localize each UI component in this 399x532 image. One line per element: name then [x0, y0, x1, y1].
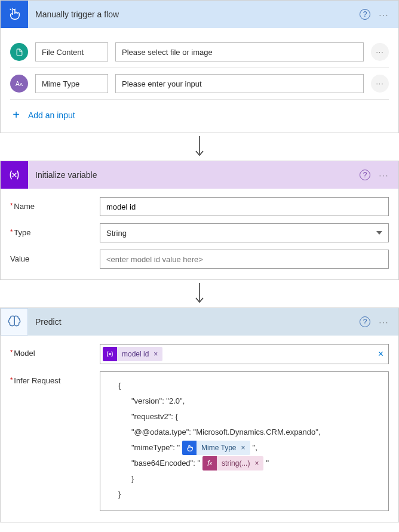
pointer-icon: [1, 1, 28, 28]
type-select[interactable]: String: [100, 223, 389, 242]
infer-label: *Infer Request: [10, 371, 100, 385]
variable-icon: [1, 161, 28, 189]
type-label: *Type: [10, 223, 100, 237]
card-menu-button[interactable]: ···: [377, 168, 391, 182]
trigger-title: Manually trigger a flow: [28, 10, 358, 19]
help-button[interactable]: ?: [358, 315, 372, 329]
variable-header[interactable]: Initialize variable ? ···: [1, 161, 398, 189]
remove-token-button[interactable]: ×: [152, 350, 162, 358]
value-label: Value: [10, 250, 100, 263]
type-row: *Type String: [10, 223, 389, 242]
input-label[interactable]: Mime Type: [35, 74, 108, 93]
model-field[interactable]: model id × ×: [100, 344, 389, 364]
predict-header[interactable]: Predict ? ···: [1, 308, 398, 336]
input-label[interactable]: File Content: [35, 42, 108, 61]
plus-icon: +: [10, 108, 22, 122]
file-content-input[interactable]: Please select file or image: [115, 42, 364, 61]
model-label: *Model: [10, 344, 100, 358]
model-row: *Model model id × ×: [10, 344, 389, 364]
remove-token-button[interactable]: ×: [253, 456, 263, 471]
trigger-header[interactable]: Manually trigger a flow ? ···: [1, 1, 398, 28]
remove-token-button[interactable]: ×: [240, 441, 250, 455]
help-button[interactable]: ?: [358, 7, 372, 21]
variable-body: *Name *Type String Value: [1, 189, 398, 279]
infer-row: *Infer Request { "version": "2.0", "requ…: [10, 371, 389, 511]
fx-string-token[interactable]: fx string(...) ×: [202, 456, 263, 471]
variable-icon: [103, 347, 117, 361]
infer-request-editor[interactable]: { "version": "2.0", "requestv2": { "@@od…: [100, 371, 389, 511]
name-label: *Name: [10, 197, 100, 211]
name-input[interactable]: [100, 197, 389, 216]
name-row: *Name: [10, 197, 389, 216]
predict-card: Predict ? ··· *Model model id × × *Infer…: [0, 307, 399, 522]
add-input-label: Add an input: [28, 110, 75, 120]
pointer-icon: [182, 441, 197, 455]
value-input[interactable]: [100, 250, 389, 269]
mime-type-token[interactable]: Mime Type ×: [182, 441, 250, 455]
trigger-body: File Content Please select file or image…: [1, 28, 398, 133]
card-menu-button[interactable]: ···: [377, 7, 391, 21]
predict-body: *Model model id × × *Infer Request { "ve…: [1, 336, 398, 522]
predict-title: Predict: [28, 317, 358, 327]
model-id-token[interactable]: model id ×: [103, 347, 162, 361]
brain-icon: [1, 308, 28, 336]
mime-type-input[interactable]: Please enter your input: [115, 74, 364, 93]
text-icon: AA: [10, 75, 28, 93]
card-menu-button[interactable]: ···: [377, 315, 391, 329]
arrow-connector: [0, 280, 399, 307]
row-menu-button[interactable]: ···: [371, 43, 389, 61]
trigger-card: Manually trigger a flow ? ··· File Conte…: [0, 0, 399, 133]
row-menu-button[interactable]: ···: [371, 75, 389, 93]
fx-icon: fx: [202, 456, 217, 471]
file-icon: [10, 43, 28, 61]
input-row-file-content: File Content Please select file or image…: [10, 36, 389, 68]
variable-title: Initialize variable: [28, 170, 358, 180]
help-button[interactable]: ?: [358, 168, 372, 182]
variable-card: Initialize variable ? ··· *Name *Type St…: [0, 161, 399, 280]
arrow-connector: [0, 133, 399, 161]
add-input-button[interactable]: + Add an input: [10, 100, 389, 122]
clear-field-button[interactable]: ×: [378, 349, 383, 359]
input-row-mime-type: AA Mime Type Please enter your input ···: [10, 68, 389, 100]
value-row: Value: [10, 250, 389, 269]
